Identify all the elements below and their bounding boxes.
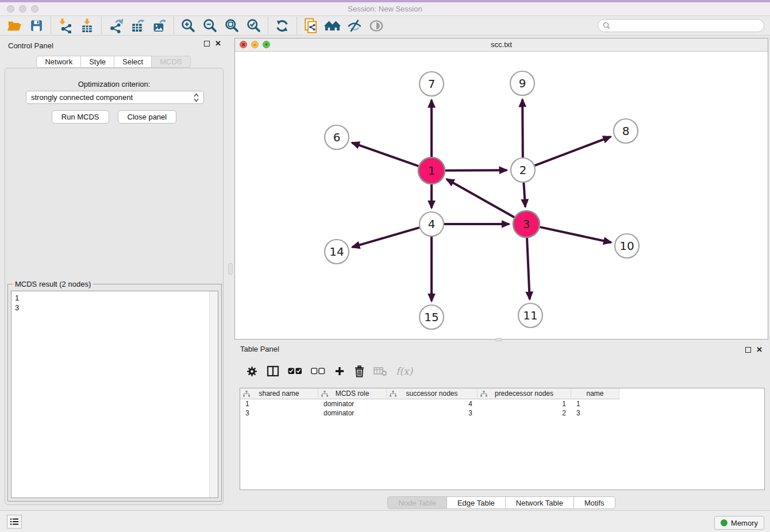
table-cell[interactable]: 1	[478, 399, 571, 408]
unselect-all-columns-button[interactable]	[311, 368, 325, 375]
run-mcds-button[interactable]: Run MCDS	[52, 110, 109, 124]
node-label-3: 3	[523, 217, 530, 231]
export-image-button[interactable]	[151, 17, 168, 34]
column-header-predecessor-nodes[interactable]: predecessor nodes	[478, 388, 571, 399]
select-all-columns-button[interactable]	[288, 368, 302, 375]
column-label: shared name	[259, 390, 299, 398]
tab-node-table[interactable]: Node Table	[387, 496, 447, 509]
import-network-button[interactable]	[56, 17, 74, 34]
main-toolbar	[0, 16, 770, 36]
export-network-icon	[108, 18, 124, 33]
column-label: MCDS role	[336, 390, 369, 398]
refresh-button[interactable]	[274, 17, 291, 34]
task-history-button[interactable]	[7, 515, 22, 529]
table-cell[interactable]: 2	[478, 408, 571, 418]
table-cell[interactable]: 3	[240, 408, 318, 418]
tab-motifs[interactable]: Motifs	[574, 496, 615, 509]
show-panel-button[interactable]	[368, 17, 385, 34]
edge-1-2[interactable]	[445, 170, 507, 171]
close-panel-icon[interactable]: ✕	[215, 41, 221, 47]
unchecked-boxes-icon	[311, 368, 325, 375]
table-type-tabs: Node TableEdge TableNetwork TableMotifs	[234, 496, 768, 509]
column-header-shared-name[interactable]: shared name	[240, 388, 318, 399]
table-cell[interactable]: 1	[240, 399, 318, 408]
table-cell[interactable]: dominator	[318, 408, 387, 418]
tab-select[interactable]: Select	[114, 56, 152, 68]
edge-1-6[interactable]	[352, 142, 418, 166]
zoom-out-button[interactable]	[201, 17, 218, 34]
search-icon	[603, 22, 610, 29]
search-input[interactable]	[614, 22, 759, 30]
edge-2-8[interactable]	[535, 137, 611, 165]
save-session-button[interactable]	[28, 17, 45, 34]
table-cell[interactable]: 4	[387, 399, 478, 408]
network-graph[interactable]: 7968124314101511	[235, 52, 768, 339]
search-field[interactable]	[598, 19, 764, 32]
column-header-MCDS-role[interactable]: MCDS role	[318, 388, 387, 399]
table-settings-button[interactable]	[246, 365, 258, 377]
result-scrollbar[interactable]	[209, 291, 218, 498]
node-table[interactable]: shared nameMCDS rolesuccessor nodesprede…	[240, 388, 765, 490]
zoom-in-button[interactable]	[179, 17, 197, 34]
toolbar-separator	[101, 17, 102, 34]
mcds-result-textarea[interactable]: 13	[11, 291, 218, 498]
home-button[interactable]	[324, 17, 341, 34]
tab-network-table[interactable]: Network Table	[506, 496, 574, 509]
export-network-button[interactable]	[107, 17, 124, 34]
import-table-button[interactable]	[78, 17, 95, 34]
column-label: name	[586, 390, 603, 398]
edge-3-11[interactable]	[527, 238, 530, 299]
table-cell[interactable]: 3	[387, 408, 478, 418]
close-panel-button[interactable]: Close panel	[118, 110, 177, 124]
delete-table-button[interactable]	[374, 366, 387, 376]
column-header-successor-nodes[interactable]: successor nodes	[387, 388, 478, 399]
table-panel: Table Panel ✕	[234, 342, 768, 510]
column-header-name[interactable]: name	[571, 388, 619, 399]
edge-2-3[interactable]	[523, 183, 525, 207]
float-panel-icon[interactable]	[204, 41, 210, 47]
vertical-splitter-handle[interactable]	[228, 263, 233, 275]
zoom-fit-icon	[224, 18, 240, 33]
table-cell[interactable]: 1	[571, 399, 619, 408]
edge-2-9[interactable]	[522, 99, 523, 157]
hide-panels-button[interactable]	[346, 17, 363, 34]
function-builder-button[interactable]: f(x)	[396, 365, 413, 377]
edge-3-1[interactable]	[446, 179, 514, 217]
memory-button[interactable]: Memory	[714, 516, 764, 530]
table-row[interactable]: 3dominator323	[240, 408, 764, 418]
zoom-fit-button[interactable]	[223, 17, 240, 34]
node-label-11: 11	[523, 309, 537, 322]
open-session-button[interactable]	[6, 17, 23, 34]
float-table-panel-icon[interactable]	[745, 347, 751, 353]
status-bar: Memory	[0, 510, 770, 532]
table-cell[interactable]: 3	[571, 408, 619, 418]
clone-network-button[interactable]	[302, 17, 319, 34]
tab-mcds[interactable]: MCDS	[152, 56, 190, 68]
tab-style[interactable]: Style	[81, 56, 114, 68]
criterion-selected-value: strongly connected component	[31, 93, 133, 102]
export-image-icon	[152, 18, 167, 33]
edge-3-10[interactable]	[540, 227, 611, 242]
result-line: 3	[15, 303, 205, 313]
table-row[interactable]: 1dominator411	[240, 399, 764, 408]
zoom-selected-button[interactable]	[245, 17, 262, 34]
create-column-button[interactable]	[334, 365, 345, 377]
zoom-selected-icon	[246, 18, 261, 33]
network-frame-titlebar[interactable]: ✕ − ＋ scc.txt	[235, 38, 768, 52]
delete-column-button[interactable]	[354, 365, 365, 377]
close-table-panel-icon[interactable]: ✕	[756, 347, 763, 353]
horizontal-splitter-handle[interactable]	[495, 338, 502, 341]
node-label-8: 8	[622, 124, 630, 138]
column-flow-icon	[321, 391, 328, 397]
criterion-select[interactable]: strongly connected component	[26, 91, 204, 104]
tab-edge-table[interactable]: Edge Table	[447, 496, 506, 509]
show-column-button[interactable]	[267, 365, 279, 377]
tab-network[interactable]: Network	[36, 56, 81, 68]
table-header-row: shared nameMCDS rolesuccessor nodesprede…	[240, 388, 764, 399]
node-label-2: 2	[519, 163, 527, 177]
network-canvas[interactable]: 7968124314101511	[235, 52, 768, 339]
column-label: predecessor nodes	[495, 390, 553, 398]
table-cell[interactable]: dominator	[318, 399, 387, 408]
edge-4-14[interactable]	[352, 228, 419, 247]
export-table-button[interactable]	[129, 17, 146, 34]
